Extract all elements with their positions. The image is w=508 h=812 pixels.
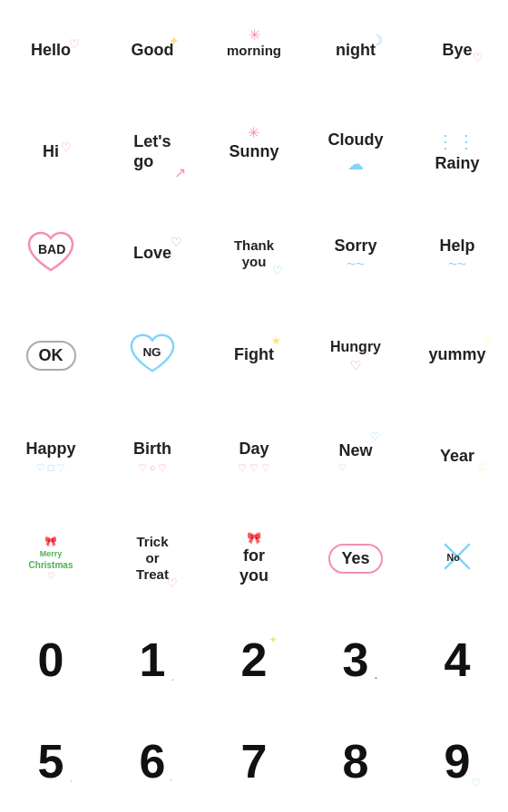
merry-heart: ♡ — [29, 571, 73, 581]
cell-hi: Hi ♡ — [0, 102, 102, 203]
sunny-text: Sunny — [229, 142, 278, 160]
merry-christmas-text: MerryChristmas — [29, 547, 73, 572]
cell-ok: OK — [0, 304, 102, 406]
num7-text: 7 — [241, 733, 268, 789]
hi-text: Hi — [43, 142, 59, 160]
num0-text: 0 — [38, 632, 64, 688]
cell-sunny: ✳ Sunny — [203, 102, 305, 203]
bad-heart-icon: BAD — [24, 228, 77, 279]
cell-num8: 8 — [305, 710, 406, 812]
cell-bad: BAD — [0, 203, 102, 304]
love-text: Love — [133, 244, 171, 262]
happy-text: Happy — [25, 440, 75, 458]
new-deco-top: ♡ — [370, 430, 380, 443]
cell-help: Help 〜〜 — [406, 203, 508, 304]
cell-love: Love ♡ — [102, 203, 203, 304]
for-you-text: foryou — [239, 546, 269, 585]
num5-deco: · — [70, 773, 73, 788]
hungry-deco: ♡ — [330, 358, 381, 372]
hungry-text: Hungry — [330, 339, 381, 354]
good-text: Good — [132, 41, 174, 61]
cell-rainy: ⋮⋮ Rainy — [406, 102, 508, 203]
num6-deco: · — [170, 772, 173, 786]
cloudy-deco: ☁ — [328, 154, 384, 174]
year-text: Year — [440, 447, 474, 465]
cell-bye: Bye ♡ — [406, 0, 508, 102]
cell-morning: ✳ morning — [203, 0, 305, 102]
num5-text: 5 — [38, 735, 64, 788]
love-deco: ♡ — [171, 235, 182, 249]
new-deco-bottom: ♡ — [338, 462, 372, 472]
cell-happy: Happy ♡ □ ♡ — [0, 406, 102, 508]
rainy-text: Rainy — [435, 154, 479, 172]
lets-go-deco: ↗ — [174, 164, 186, 181]
fight-text: Fight — [234, 345, 274, 363]
cell-num4: 4 — [406, 609, 508, 710]
cell-trick-or-treat: TrickorTreat ♡ — [102, 508, 203, 609]
cell-birth: Birth ♡ ○ ♡ — [102, 406, 203, 508]
cell-cloudy: Cloudy ☁ — [305, 102, 406, 203]
cell-num5: 5 · — [0, 710, 102, 812]
day-text: Day — [239, 440, 269, 458]
cell-ng: NG — [102, 304, 203, 406]
cell-merry-christmas: 🎀 MerryChristmas ♡ — [0, 508, 102, 609]
good-deco: ✦ — [169, 34, 180, 48]
bye-text: Bye — [442, 41, 472, 61]
morning-deco-top: ✳ — [249, 26, 260, 44]
num8-text: 8 — [343, 733, 369, 789]
birth-text: Birth — [133, 440, 171, 458]
num1-text: 1 — [140, 633, 166, 686]
cell-num2: 2 ✦ — [203, 609, 305, 710]
num2-text: 2 — [241, 633, 268, 686]
cell-num7: 7 — [203, 710, 305, 812]
morning-text: morning — [227, 43, 281, 59]
cell-new: ♡ New ♡ — [305, 406, 406, 508]
svg-text:BAD: BAD — [38, 242, 65, 256]
num9-deco: ♡ — [471, 777, 481, 789]
num1-deco: · — [171, 672, 175, 686]
help-deco: 〜〜 — [439, 258, 474, 271]
num2-deco: ✦ — [269, 633, 278, 646]
cell-hello: Hello ♡ — [0, 0, 102, 102]
lets-go-text: Let'sgo — [133, 132, 171, 170]
cell-year: Year ♡ — [406, 406, 508, 508]
cell-night: ☽ night — [305, 0, 406, 102]
cell-num0: 0 — [0, 609, 102, 710]
cell-no: No — [406, 508, 508, 609]
fight-deco: ★ — [271, 334, 281, 347]
happy-deco: ♡ □ ♡ — [25, 462, 75, 474]
cloudy-text: Cloudy — [328, 130, 384, 149]
cell-day: Day ♡ ♡ ♡ — [203, 406, 305, 508]
rainy-deco: ⋮⋮ — [435, 130, 479, 152]
svg-text:No: No — [447, 552, 461, 563]
cell-for-you: 🎀 foryou — [203, 508, 305, 609]
cell-good: Good ✦ — [102, 0, 203, 102]
num3-text: 3 — [343, 633, 369, 686]
hello-text: Hello — [31, 41, 71, 61]
birth-deco: ♡ ○ ♡ — [133, 462, 171, 474]
yummy-deco: ♡ — [484, 334, 493, 347]
num9-text: 9 — [444, 735, 471, 788]
cell-lets-go: Let'sgo ↗ — [102, 102, 203, 203]
num4-text: 4 — [444, 632, 471, 688]
sorry-deco: 〜〜 — [334, 258, 376, 271]
cell-num1: 1 · — [102, 609, 203, 710]
help-text: Help — [439, 237, 474, 255]
cell-num9: 9 ♡ — [406, 710, 508, 812]
merry-deco-ribbon: 🎀 — [29, 536, 73, 547]
no-cross-icon: No — [441, 540, 474, 576]
year-deco: ♡ — [477, 461, 487, 474]
cell-num6: 6 · — [102, 710, 203, 812]
sunny-deco: ✳ — [248, 124, 259, 141]
hi-deco: ♡ — [61, 140, 72, 154]
yes-label: Yes — [328, 544, 382, 574]
ok-label: OK — [26, 341, 76, 371]
cell-hungry: Hungry ♡ — [305, 304, 406, 406]
night-deco: ☽ — [370, 32, 383, 49]
trick-or-treat-text: TrickorTreat — [136, 534, 169, 582]
cell-thank-you: Thankyou ♡ — [203, 203, 305, 304]
for-you-ribbon: 🎀 — [239, 531, 269, 545]
ng-heart-icon: NG — [126, 330, 179, 381]
num6-text: 6 — [140, 735, 166, 788]
emoji-sticker-grid: Hello ♡ Good ✦ ✳ morning ☽ night Bye ♡ H… — [0, 0, 508, 812]
